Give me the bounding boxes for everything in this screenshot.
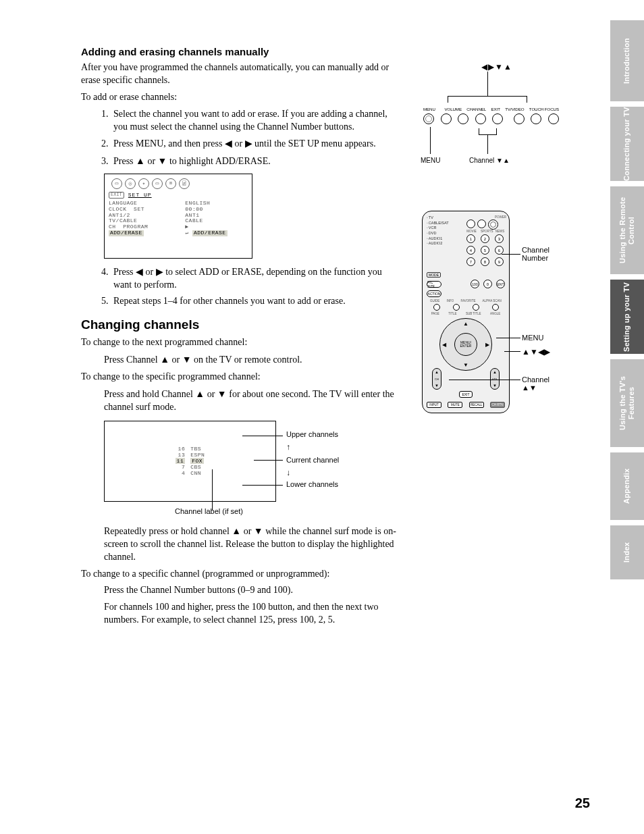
chg-spec-any-2: For channels 100 and higher, press the 1…	[104, 601, 402, 627]
section-tab: Using the TV's Features	[610, 359, 644, 447]
step-1: Select the channel you want to add or er…	[111, 108, 402, 134]
chg-next: To change to the next programmed channel…	[81, 336, 402, 349]
section-tab: Introduction	[610, 20, 644, 101]
step-5: Repeat steps 1–4 for other channels you …	[111, 295, 402, 308]
chg-spec-action: Press and hold Channel ▲ or ▼ for about …	[104, 388, 402, 414]
section-tab: Setting up your TV	[610, 280, 644, 354]
step-3: Press ▲ or ▼ to highlight ADD/ERASE.	[111, 155, 402, 168]
section-tab: Using the Remote Control	[610, 186, 644, 274]
to-add-line: To add or erase channels:	[81, 91, 402, 104]
section-tab: Connecting your TV	[610, 107, 644, 181]
page-number: 25	[575, 796, 590, 811]
remote-diagram: TVCABLE/SATVCRDVDAUDIO1AUDIO2 POWER MOVI…	[422, 211, 564, 434]
surf-caption: Channel label (if set)	[175, 507, 243, 515]
step-4: Press ◀ or ▶ to select ADD or ERASE, dep…	[111, 265, 402, 292]
section-tab: Index	[610, 525, 644, 579]
chg-surf-repeat: Repeatedly press or hold channel ▲ or ▼ …	[104, 525, 402, 564]
chg-spec-any: To change to a specific channel (program…	[81, 568, 402, 581]
section-tab: Appendix	[610, 452, 644, 520]
power-button-icon	[488, 219, 498, 230]
intro-paragraph: After you have programmed the channels a…	[81, 61, 402, 87]
osd-setup-menu: ▭◎✦ ▭⌧⍯ EXIT SET UP LANGUAGECLOCK SETANT…	[104, 174, 252, 258]
chg-spec-any-1: Press the Channel Number buttons (0–9 an…	[104, 584, 402, 597]
heading-add-erase: Adding and erasing channels manually	[81, 46, 402, 57]
channel-surf-diagram: 16131174 TBSESPNFOXCBSCNN Upper channels…	[104, 421, 374, 522]
chg-next-action: Press Channel ▲ or ▼ on the TV or remote…	[104, 353, 402, 367]
step-2: Press MENU, and then press ◀ or ▶ until …	[111, 137, 402, 151]
tv-panel-diagram: ◀▶▼▲ MENUVOLUMECHANNELEXITTV/VIDEOTOUCH …	[422, 62, 560, 170]
chg-spec-prog: To change to the specific programmed cha…	[81, 371, 402, 384]
heading-changing-channels: Changing channels	[81, 317, 402, 332]
